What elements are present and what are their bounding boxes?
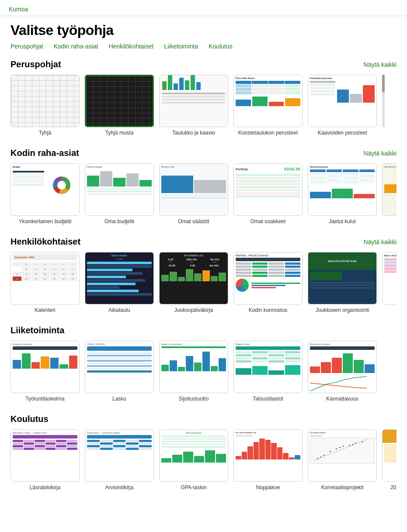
template-roi[interactable]: Return on Investment xyxy=(159,341,228,402)
template-simple-budget[interactable]: Budget xyxy=(10,163,80,225)
undo-link[interactable]: Kumoa xyxy=(9,6,28,13)
template-gpa[interactable]: GPA Calculator xyxy=(159,429,228,491)
section-liiketoiminta: Liiketoiminta Employee Schedule xyxy=(10,325,397,402)
template-label-dice: Noppakoe xyxy=(256,484,280,491)
template-my-budget[interactable]: Monthly Budget xyxy=(85,163,154,225)
template-savings[interactable]: Monthly Goal Omat säästöt xyxy=(159,163,228,225)
template-label-savings: Omat säästöt xyxy=(178,218,209,225)
template-dice[interactable]: Dice Roll Probability Lab Experimental v… xyxy=(233,429,303,491)
template-chart[interactable]: Taulukko ja kaavio xyxy=(159,75,228,136)
template-blank[interactable]: Tyhjä xyxy=(10,75,80,136)
section-koulutus: Koulutus Attendance Sheet — October 2024 xyxy=(10,414,397,491)
template-renovation[interactable]: REMODEL - PROJECT BUDGET xyxy=(233,252,303,313)
template-label-chart: Taulukko ja kaavio xyxy=(172,130,215,136)
template-label-employee: Työtuntilaskelma xyxy=(25,396,64,402)
template-correlation[interactable]: Correlation Project Scatter plot analysi… xyxy=(308,429,377,491)
template-label-shared-expenses: Jaetut kulut xyxy=(329,218,355,225)
template-label-blank-dark: Tyhjä musta xyxy=(105,130,134,136)
template-gradebook[interactable]: Grade Book — 3rd Period English xyxy=(85,429,154,491)
template-pivot[interactable]: Pivot Table Basics xyxy=(233,75,303,136)
template-label-roi: Sijoitustuotto xyxy=(179,396,209,402)
template-formula[interactable]: Kaavioiden perusteet xyxy=(308,75,377,136)
template-label-gradebook: Arviointikirja xyxy=(105,484,134,491)
template-net-worth[interactable]: Net Worth Overview Netto-oma... xyxy=(382,163,397,225)
template-label-school-year: 2024–2025 kouluvuosi xyxy=(390,484,397,491)
template-label-running: Juoksupäiväkirja xyxy=(174,307,213,313)
template-label-profitability: Kannattavuus xyxy=(326,396,358,402)
top-bar: Kumoa xyxy=(0,0,407,16)
template-label-pivot: Koostetaulukon perusteet xyxy=(238,130,298,136)
template-employee[interactable]: Employee Schedule Työtuntila xyxy=(10,341,80,402)
section-title-peruspohjat: Peruspohjat xyxy=(10,59,61,69)
template-label-renovation: Kodin kunnostus xyxy=(249,307,288,313)
template-label-attendance: Läsnäolokirja xyxy=(30,484,61,491)
template-running[interactable]: MY RUNNING LOG 3.19mi 28m 40stime 9m 21s… xyxy=(159,252,228,313)
template-school-year[interactable]: 2024-2025 School Year 2024–2 xyxy=(382,429,397,491)
template-label-formula: Kaavioiden perusteet xyxy=(318,130,367,136)
nav-item-peruspohjat[interactable]: Peruspohjat xyxy=(10,43,43,50)
template-label-balance: Taloustilastot xyxy=(253,396,283,402)
template-label-simple-budget: Yksinkertainen budjetti xyxy=(19,218,72,225)
category-nav: Peruspohjat Kodin raha-asiat Henkilökoht… xyxy=(10,43,397,50)
template-label-my-budget: Oma budjetti xyxy=(104,218,134,225)
see-all-peruspohjat[interactable]: Näytä kaikki xyxy=(364,61,397,68)
template-shared-expenses[interactable]: Shared Expenses xyxy=(308,163,377,225)
nav-item-henkilokohtaiset[interactable]: Henkilökohtaiset xyxy=(109,43,154,50)
template-soccer[interactable]: WILDCATS SOCCER TEAM Jou xyxy=(308,252,377,313)
template-label-stocks: Omat osakkeet xyxy=(250,218,286,225)
section-title-koulutus: Koulutus xyxy=(10,414,49,424)
see-all-henkilokohtaiset[interactable]: Näytä kaikki xyxy=(364,238,397,245)
section-title-liiketoiminta: Liiketoiminta xyxy=(10,325,64,335)
scroll-indicator-peruspohjat[interactable] xyxy=(382,75,385,127)
template-label-correlation: Korrelaatioprojekti xyxy=(321,484,364,491)
template-label-calendar: Kalenteri xyxy=(35,307,55,313)
template-schedule[interactable]: Daily Schedule Fall 2024 xyxy=(85,252,154,313)
nav-item-liiketoiminta[interactable]: Liiketoiminta xyxy=(164,43,198,50)
nav-item-kodin-raha-asiat[interactable]: Kodin raha-asiat xyxy=(54,43,98,50)
template-label-schedule: Aikataulu xyxy=(108,307,130,313)
template-label-invoice: Lasku xyxy=(112,396,126,402)
template-label-blank: Tyhjä xyxy=(39,130,52,136)
template-label-gpa: GPA-laskin xyxy=(181,484,206,491)
template-attendance[interactable]: Attendance Sheet — October 2024 xyxy=(10,429,80,491)
page-title: Valitse työpohja xyxy=(10,22,397,38)
section-henkilokohtaiset: Henkilökohtaiset Näytä kaikki September … xyxy=(10,237,397,313)
svg-line-0 xyxy=(313,439,368,460)
template-label-soccer: Joukkueen organisointi xyxy=(316,307,369,313)
template-baby[interactable]: Baby's First Year xyxy=(382,252,397,313)
template-stocks[interactable]: Portfolio $1541.85 xyxy=(233,163,303,225)
section-kodin-raha-asiat: Kodin raha-asiat Näytä kaikki Budget xyxy=(10,148,397,225)
nav-item-koulutus[interactable]: Koulutus xyxy=(209,43,232,50)
section-title-kodin-raha-asiat: Kodin raha-asiat xyxy=(10,148,79,158)
section-peruspohjat: Peruspohjat Näytä kaikki Tyhjä Tyhjä mus… xyxy=(10,59,397,136)
template-blank-dark[interactable]: Tyhjä musta xyxy=(85,75,154,136)
template-invoice[interactable]: LASKU / INVOICE xyxy=(85,341,154,402)
template-balance[interactable]: Balance Sheet xyxy=(233,341,303,402)
template-calendar[interactable]: September 2024 S M T W T F S 2 3 xyxy=(10,252,80,313)
template-profitability[interactable]: Break-Even Analysis xyxy=(308,341,377,402)
see-all-kodin-raha-asiat[interactable]: Näytä kaikki xyxy=(364,150,397,157)
section-title-henkilokohtaiset: Henkilökohtaiset xyxy=(10,237,80,247)
